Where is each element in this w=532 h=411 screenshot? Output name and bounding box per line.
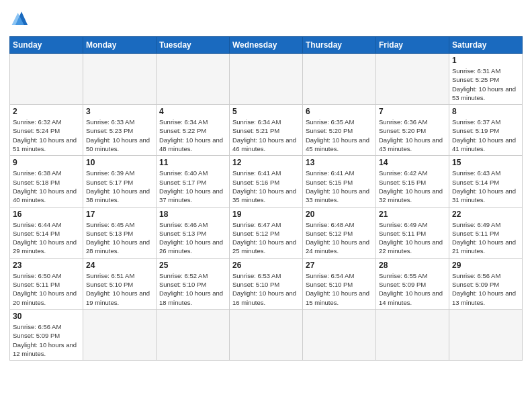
day-info: Sunrise: 6:35 AMSunset: 5:20 PMDaylight:… — [306, 118, 373, 153]
day-info: Sunrise: 6:34 AMSunset: 5:22 PMDaylight:… — [159, 118, 226, 153]
calendar-header-row: SundayMondayTuesdayWednesdayThursdayFrid… — [10, 37, 523, 54]
day-number: 3 — [86, 107, 153, 116]
header — [9, 7, 523, 31]
day-number: 14 — [379, 158, 446, 167]
calendar-cell: 22Sunrise: 6:49 AMSunset: 5:11 PMDayligh… — [449, 207, 523, 258]
calendar-header-friday: Friday — [376, 37, 449, 54]
day-number: 11 — [159, 158, 226, 167]
day-info: Sunrise: 6:42 AMSunset: 5:15 PMDaylight:… — [379, 169, 446, 204]
week-row-2: 2Sunrise: 6:32 AMSunset: 5:24 PMDaylight… — [10, 105, 523, 156]
calendar-cell: 3Sunrise: 6:33 AMSunset: 5:23 PMDaylight… — [83, 105, 157, 156]
day-number: 7 — [379, 107, 446, 116]
calendar-cell: 8Sunrise: 6:37 AMSunset: 5:19 PMDaylight… — [449, 105, 523, 156]
calendar-cell: 6Sunrise: 6:35 AMSunset: 5:20 PMDaylight… — [303, 105, 376, 156]
day-number: 18 — [159, 210, 226, 219]
calendar-cell: 21Sunrise: 6:49 AMSunset: 5:11 PMDayligh… — [376, 207, 449, 258]
day-info: Sunrise: 6:37 AMSunset: 5:19 PMDaylight:… — [452, 118, 519, 153]
calendar-header-saturday: Saturday — [449, 37, 523, 54]
day-number: 1 — [452, 56, 519, 65]
day-number: 19 — [232, 210, 300, 219]
day-number: 4 — [159, 107, 226, 116]
calendar-cell — [83, 54, 157, 105]
week-row-4: 16Sunrise: 6:44 AMSunset: 5:14 PMDayligh… — [10, 207, 523, 258]
calendar-cell — [230, 309, 303, 360]
day-info: Sunrise: 6:51 AMSunset: 5:10 PMDaylight:… — [86, 271, 153, 307]
day-number: 16 — [13, 210, 80, 219]
calendar-cell: 19Sunrise: 6:47 AMSunset: 5:12 PMDayligh… — [230, 207, 303, 258]
day-info: Sunrise: 6:39 AMSunset: 5:17 PMDaylight:… — [86, 169, 153, 204]
calendar-cell: 23Sunrise: 6:50 AMSunset: 5:11 PMDayligh… — [10, 258, 83, 309]
day-info: Sunrise: 6:56 AMSunset: 5:09 PMDaylight:… — [13, 322, 80, 358]
day-number: 10 — [86, 158, 153, 167]
day-info: Sunrise: 6:40 AMSunset: 5:17 PMDaylight:… — [159, 169, 226, 204]
calendar-cell: 30Sunrise: 6:56 AMSunset: 5:09 PMDayligh… — [10, 309, 83, 360]
day-number: 22 — [452, 210, 519, 219]
day-info: Sunrise: 6:38 AMSunset: 5:18 PMDaylight:… — [13, 169, 80, 204]
calendar-header-thursday: Thursday — [303, 37, 376, 54]
calendar-cell — [303, 309, 376, 360]
calendar-cell: 9Sunrise: 6:38 AMSunset: 5:18 PMDaylight… — [10, 156, 83, 207]
calendar-cell: 20Sunrise: 6:48 AMSunset: 5:12 PMDayligh… — [303, 207, 376, 258]
week-row-6: 30Sunrise: 6:56 AMSunset: 5:09 PMDayligh… — [10, 309, 523, 360]
calendar-cell: 2Sunrise: 6:32 AMSunset: 5:24 PMDaylight… — [10, 105, 83, 156]
page: SundayMondayTuesdayWednesdayThursdayFrid… — [0, 0, 532, 411]
calendar-cell — [449, 309, 523, 360]
day-info: Sunrise: 6:54 AMSunset: 5:10 PMDaylight:… — [306, 271, 373, 307]
calendar-cell — [157, 54, 230, 105]
calendar-cell — [230, 54, 303, 105]
calendar-header-monday: Monday — [83, 37, 157, 54]
calendar-cell: 12Sunrise: 6:41 AMSunset: 5:16 PMDayligh… — [230, 156, 303, 207]
calendar-header-tuesday: Tuesday — [157, 37, 230, 54]
calendar-cell: 25Sunrise: 6:52 AMSunset: 5:10 PMDayligh… — [157, 258, 230, 309]
calendar-cell: 28Sunrise: 6:55 AMSunset: 5:09 PMDayligh… — [376, 258, 449, 309]
day-info: Sunrise: 6:46 AMSunset: 5:13 PMDaylight:… — [159, 220, 226, 256]
calendar-cell: 1Sunrise: 6:31 AMSunset: 5:25 PMDaylight… — [449, 54, 523, 105]
day-info: Sunrise: 6:47 AMSunset: 5:12 PMDaylight:… — [232, 220, 300, 256]
calendar-cell: 14Sunrise: 6:42 AMSunset: 5:15 PMDayligh… — [376, 156, 449, 207]
day-info: Sunrise: 6:49 AMSunset: 5:11 PMDaylight:… — [452, 220, 519, 256]
day-number: 26 — [232, 261, 300, 270]
calendar-cell: 29Sunrise: 6:56 AMSunset: 5:09 PMDayligh… — [449, 258, 523, 309]
day-info: Sunrise: 6:41 AMSunset: 5:16 PMDaylight:… — [232, 169, 300, 204]
day-number: 27 — [306, 261, 373, 270]
day-number: 15 — [452, 158, 519, 167]
calendar-table: SundayMondayTuesdayWednesdayThursdayFrid… — [9, 36, 523, 361]
day-number: 8 — [452, 107, 519, 116]
day-number: 29 — [452, 261, 519, 270]
calendar-cell: 18Sunrise: 6:46 AMSunset: 5:13 PMDayligh… — [157, 207, 230, 258]
day-number: 2 — [13, 107, 80, 116]
day-info: Sunrise: 6:43 AMSunset: 5:14 PMDaylight:… — [452, 169, 519, 204]
calendar-cell: 5Sunrise: 6:34 AMSunset: 5:21 PMDaylight… — [230, 105, 303, 156]
calendar-cell — [376, 309, 449, 360]
week-row-5: 23Sunrise: 6:50 AMSunset: 5:11 PMDayligh… — [10, 258, 523, 309]
day-info: Sunrise: 6:34 AMSunset: 5:21 PMDaylight:… — [232, 118, 300, 153]
calendar-cell — [376, 54, 449, 105]
day-number: 30 — [13, 312, 80, 321]
day-info: Sunrise: 6:55 AMSunset: 5:09 PMDaylight:… — [379, 271, 446, 307]
calendar-cell: 7Sunrise: 6:36 AMSunset: 5:20 PMDaylight… — [376, 105, 449, 156]
day-info: Sunrise: 6:32 AMSunset: 5:24 PMDaylight:… — [13, 118, 80, 153]
day-info: Sunrise: 6:53 AMSunset: 5:10 PMDaylight:… — [232, 271, 300, 307]
calendar-cell: 15Sunrise: 6:43 AMSunset: 5:14 PMDayligh… — [449, 156, 523, 207]
calendar-header-wednesday: Wednesday — [230, 37, 303, 54]
day-info: Sunrise: 6:33 AMSunset: 5:23 PMDaylight:… — [86, 118, 153, 153]
calendar-cell: 26Sunrise: 6:53 AMSunset: 5:10 PMDayligh… — [230, 258, 303, 309]
day-number: 20 — [306, 210, 373, 219]
week-row-1: 1Sunrise: 6:31 AMSunset: 5:25 PMDaylight… — [10, 54, 523, 105]
day-number: 13 — [306, 158, 373, 167]
day-info: Sunrise: 6:44 AMSunset: 5:14 PMDaylight:… — [13, 220, 80, 256]
day-info: Sunrise: 6:52 AMSunset: 5:10 PMDaylight:… — [159, 271, 226, 307]
day-info: Sunrise: 6:45 AMSunset: 5:13 PMDaylight:… — [86, 220, 153, 256]
day-info: Sunrise: 6:50 AMSunset: 5:11 PMDaylight:… — [13, 271, 80, 307]
day-info: Sunrise: 6:56 AMSunset: 5:09 PMDaylight:… — [452, 271, 519, 307]
day-number: 9 — [13, 158, 80, 167]
day-number: 6 — [306, 107, 373, 116]
day-number: 23 — [13, 261, 80, 270]
logo — [9, 7, 38, 31]
calendar-cell: 13Sunrise: 6:41 AMSunset: 5:15 PMDayligh… — [303, 156, 376, 207]
calendar-cell — [157, 309, 230, 360]
day-info: Sunrise: 6:31 AMSunset: 5:25 PMDaylight:… — [452, 66, 519, 102]
day-info: Sunrise: 6:48 AMSunset: 5:12 PMDaylight:… — [306, 220, 373, 256]
day-number: 12 — [232, 158, 300, 167]
day-info: Sunrise: 6:36 AMSunset: 5:20 PMDaylight:… — [379, 118, 446, 153]
